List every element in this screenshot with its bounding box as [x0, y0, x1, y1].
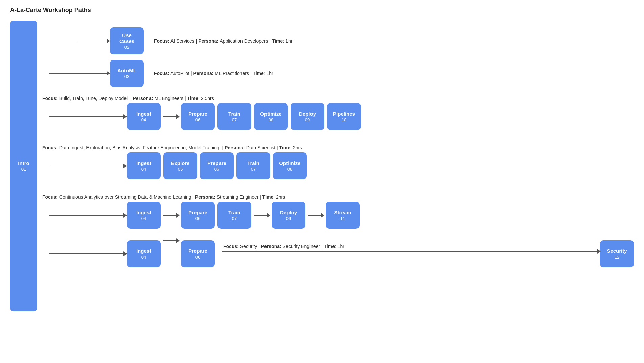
node-optimize-ml[interactable]: Optimize 08 [254, 103, 288, 130]
security-nodes: Ingest 04 Prepare 06 Focus: Security | P… [41, 240, 634, 267]
node-ingest-ds[interactable]: Ingest 04 [127, 152, 161, 179]
arrow-stream-2 [251, 215, 272, 216]
streaming-focus: Focus: Continuous Analytics over Streami… [41, 194, 634, 200]
path-use-cases: Use Cases 02 Focus: AI Services | Person… [41, 27, 634, 56]
intro-label: Intro [18, 160, 29, 166]
page-title: A-La-Carte Workshop Paths [10, 7, 634, 14]
path-ml-engineers: Focus: Build, Train, Tune, Deploy Model … [41, 92, 634, 132]
node-prepare-sec[interactable]: Prepare 06 [181, 240, 215, 267]
node-explore-ds[interactable]: Explore 05 [163, 152, 197, 179]
paths-area: Use Cases 02 Focus: AI Services | Person… [41, 21, 634, 311]
node-automl[interactable]: AutoML 03 [110, 60, 144, 87]
data-scientist-focus: Focus: Data Ingest, Exploration, Bias An… [41, 145, 634, 150]
node-deploy-stream[interactable]: Deploy 09 [272, 202, 305, 229]
streaming-nodes: Ingest 04 Prepare 06 Train 07 Deploy 09 [41, 202, 634, 229]
security-focus: Focus: Security | Persona: Security Engi… [222, 244, 600, 249]
node-ingest-sec[interactable]: Ingest 04 [127, 240, 161, 267]
path-data-scientist: Focus: Data Ingest, Exploration, Bias An… [41, 142, 634, 182]
node-use-cases[interactable]: Use Cases 02 [110, 27, 144, 54]
node-prepare-ml[interactable]: Prepare 06 [181, 103, 215, 130]
arrow-sec-1 [161, 240, 181, 241]
node-prepare-stream[interactable]: Prepare 06 [181, 202, 215, 229]
node-security[interactable]: Security 12 [600, 240, 634, 267]
data-scientist-nodes: Ingest 04 Explore 05 Prepare 06 Train 07 [41, 152, 634, 179]
arrow-stream-3 [305, 215, 326, 216]
node-ingest-stream[interactable]: Ingest 04 [127, 202, 161, 229]
automl-focus: Focus: AutoPilot | Persona: ML Practitio… [154, 71, 273, 76]
intro-box: Intro 01 [10, 21, 37, 311]
path-streaming: Focus: Continuous Analytics over Streami… [41, 191, 634, 231]
ml-engineers-focus: Focus: Build, Train, Tune, Deploy Model … [41, 96, 634, 101]
arrow-start-use-cases [69, 41, 110, 42]
intro-num: 01 [21, 167, 26, 172]
node-optimize-ds[interactable]: Optimize 08 [273, 152, 307, 179]
node-ingest-ml[interactable]: Ingest 04 [127, 103, 161, 130]
node-train-ds[interactable]: Train 07 [236, 152, 270, 179]
node-deploy-ml[interactable]: Deploy 09 [291, 103, 324, 130]
node-train-ml[interactable]: Train 07 [217, 103, 251, 130]
use-cases-focus: Focus: AI Services | Persona: Applicatio… [154, 38, 292, 44]
node-train-stream[interactable]: Train 07 [217, 202, 251, 229]
ml-engineers-nodes: Ingest 04 Prepare 06 Train 07 Optimize 0… [41, 103, 634, 130]
node-stream[interactable]: Stream 11 [326, 202, 360, 229]
path-automl: AutoML 03 Focus: AutoPilot | Persona: ML… [41, 60, 634, 89]
use-cases-row: Use Cases 02 Focus: AI Services | Person… [41, 27, 634, 54]
automl-row: AutoML 03 Focus: AutoPilot | Persona: ML… [41, 60, 634, 87]
path-security: Ingest 04 Prepare 06 Focus: Security | P… [41, 240, 634, 269]
arrow-ml-1 [161, 116, 181, 117]
node-pipelines-ml[interactable]: Pipelines 10 [327, 103, 361, 130]
node-prepare-ds[interactable]: Prepare 06 [200, 152, 234, 179]
arrow-stream-1 [161, 215, 181, 216]
